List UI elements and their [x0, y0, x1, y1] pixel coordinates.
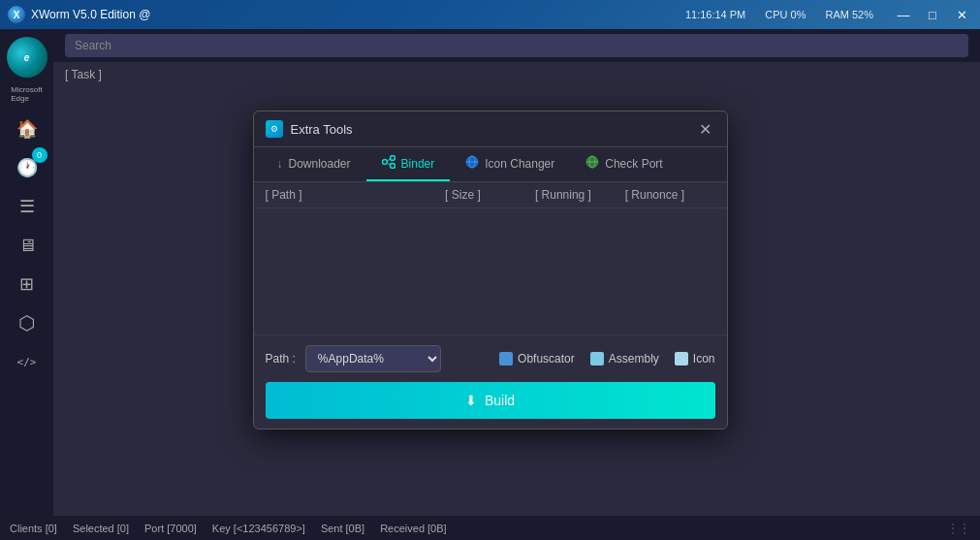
table-body	[254, 208, 727, 334]
status-selected: Selected [0]	[73, 523, 129, 534]
binder-tab-label: Binder	[401, 157, 435, 171]
window-close-button[interactable]: ✕	[951, 4, 972, 25]
path-row: Path : %AppData% %Temp% %SystemRoot% Obf…	[266, 345, 715, 372]
bottom-controls: Path : %AppData% %Temp% %SystemRoot% Obf…	[254, 334, 727, 429]
obfuscator-checkbox-box[interactable]	[499, 352, 513, 365]
cpu-display: CPU 0%	[765, 9, 806, 20]
col-header-running: [ Running ]	[535, 188, 625, 202]
svg-point-1	[390, 156, 395, 161]
checkbox-assembly[interactable]: Assembly	[590, 352, 659, 365]
tab-binder[interactable]: Binder	[366, 147, 451, 181]
svg-line-4	[387, 163, 390, 165]
modal-close-button[interactable]: ✕	[696, 119, 715, 139]
svg-point-2	[390, 164, 395, 169]
check-port-tab-label: Check Port	[605, 157, 662, 171]
tab-icon-changer[interactable]: Icon Changer	[450, 147, 570, 181]
icon-changer-tab-label: Icon Changer	[485, 157, 554, 171]
sidebar-edge-label: MicrosoftEdge	[11, 85, 42, 103]
ram-display: RAM 52%	[825, 9, 873, 20]
sidebar-logo: e	[7, 37, 47, 78]
app-icon: X	[8, 6, 25, 23]
history-badge: 0	[32, 147, 47, 163]
binder-tab-icon	[382, 155, 395, 172]
icon-changer-tab-icon	[465, 155, 479, 172]
title-bar: X XWorm V5.0 Edition @ 11:16:14 PM CPU 0…	[0, 0, 980, 29]
sidebar-item-list[interactable]: ☰	[9, 188, 46, 225]
build-icon: ⬇	[465, 393, 477, 408]
col-header-path: [ Path ]	[266, 188, 446, 202]
extra-tools-modal: ⚙ Extra Tools ✕ ↓ Downloader	[253, 111, 728, 429]
col-header-runonce: [ Runonce ]	[625, 188, 715, 202]
col-header-size: [ Size ]	[445, 188, 535, 202]
path-label: Path :	[266, 352, 296, 365]
status-clients: Clients [0]	[10, 523, 57, 534]
build-button[interactable]: ⬇ Build	[266, 382, 715, 419]
tab-check-port[interactable]: Check Port	[570, 147, 678, 181]
maximize-button[interactable]: □	[922, 4, 943, 25]
search-bar	[53, 29, 980, 62]
sidebar-item-grid[interactable]: ⊞	[9, 266, 46, 302]
assembly-checkbox-box[interactable]	[590, 352, 604, 365]
obfuscator-label: Obfuscator	[518, 352, 575, 365]
downloader-tab-label: Downloader	[289, 157, 351, 171]
checkboxes-row: Obfuscator Assembly Icon	[499, 352, 714, 365]
minimize-button[interactable]: —	[893, 4, 914, 25]
status-port: Port [7000]	[144, 523, 197, 534]
sidebar-item-desktop[interactable]: 🖥	[9, 227, 46, 264]
table-header: [ Path ] [ Size ] [ Running ] [ Runonce …	[254, 182, 727, 208]
tab-downloader[interactable]: ↓ Downloader	[262, 147, 366, 181]
sidebar-badge-container: 🕐 0	[9, 149, 46, 188]
time-display: 11:16:14 PM	[685, 9, 745, 20]
modal-header: ⚙ Extra Tools ✕	[254, 111, 727, 147]
modal-tabs: ↓ Downloader Binder	[254, 147, 727, 182]
icon-label: Icon	[693, 352, 715, 365]
svg-line-3	[387, 159, 390, 161]
icon-checkbox-box[interactable]	[675, 352, 688, 365]
status-key: Key [<123456789>]	[212, 523, 305, 534]
window-controls: — □ ✕	[893, 4, 972, 25]
checkbox-obfuscator[interactable]: Obfuscator	[499, 352, 575, 365]
task-label: [ Task ]	[53, 62, 980, 87]
modal-icon: ⚙	[266, 120, 283, 138]
build-label: Build	[485, 393, 515, 408]
search-input[interactable]	[65, 34, 968, 57]
path-select[interactable]: %AppData% %Temp% %SystemRoot%	[305, 345, 441, 372]
sidebar-item-network[interactable]: ⬡	[9, 304, 46, 341]
assembly-label: Assembly	[609, 352, 659, 365]
status-bar: Clients [0] Selected [0] Port [7000] Key…	[0, 516, 980, 540]
app-title: XWorm V5.0 Edition @	[31, 8, 685, 21]
sidebar-item-home[interactable]: 🏠	[9, 111, 46, 147]
svg-point-0	[382, 160, 387, 165]
resize-handle: ⋮⋮	[947, 522, 970, 535]
status-received: Received [0B]	[380, 523, 446, 534]
sidebar-item-code[interactable]: </>	[9, 343, 46, 380]
modal-title: Extra Tools	[291, 122, 696, 137]
checkbox-icon[interactable]: Icon	[675, 352, 715, 365]
downloader-tab-icon: ↓	[277, 157, 283, 171]
check-port-tab-icon	[585, 155, 599, 172]
sidebar: e MicrosoftEdge 🏠 🕐 0 ☰ 🖥 ⊞ ⬡ </>	[0, 29, 53, 516]
status-sent: Sent [0B]	[321, 523, 364, 534]
